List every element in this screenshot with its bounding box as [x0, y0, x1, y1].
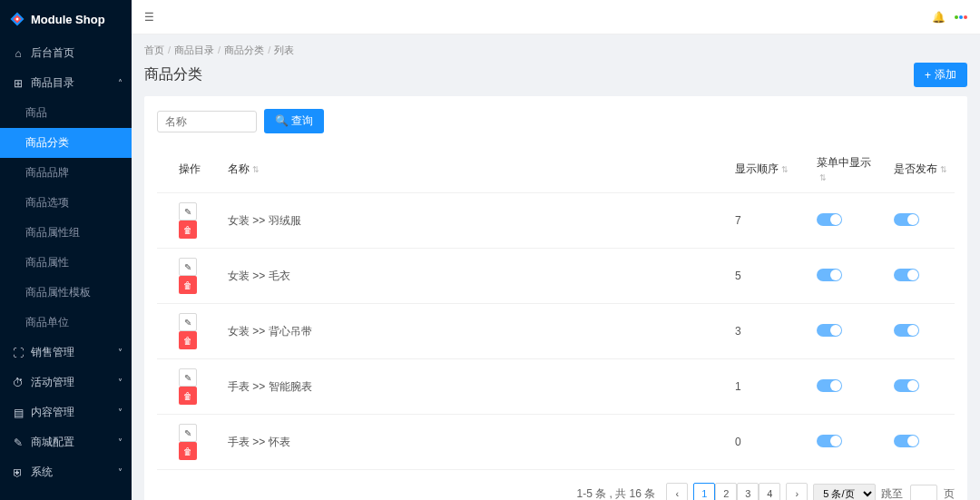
search-button-label: 查询 — [291, 114, 313, 127]
page-number[interactable]: 3 — [737, 483, 759, 500]
table-row: ✎ 🗑 女装 >> 背心吊带 3 — [157, 304, 955, 359]
menu-switch[interactable] — [817, 269, 842, 281]
edit-button[interactable]: ✎ — [179, 313, 197, 331]
menu-switch[interactable] — [817, 435, 842, 447]
list-card: 🔍 查询 操作 名称⇅ 显示顺序⇅ 菜单中显示⇅ 是否发布⇅ — [144, 96, 967, 500]
pagination: 1-5 条 , 共 16 条 ‹ 1234 › 5 条/页 跳至 页 — [157, 483, 955, 500]
breadcrumb: 首页/商品目录/商品分类/列表 — [144, 44, 967, 57]
breadcrumb-item[interactable]: 首页 — [144, 44, 164, 55]
sidebar-item[interactable]: ⛶销售管理˅ — [0, 338, 132, 368]
sidebar-subitem-label: 商品选项 — [25, 195, 69, 211]
sidebar-item[interactable]: ⌂后台首页 — [0, 38, 132, 68]
sidebar-subitem[interactable]: 商品 — [0, 98, 132, 128]
breadcrumb-item[interactable]: 商品目录 — [174, 44, 214, 55]
breadcrumb-item: 列表 — [274, 44, 294, 55]
publish-switch[interactable] — [894, 435, 919, 447]
menu-switch[interactable] — [817, 213, 842, 226]
apps-icon[interactable] — [955, 15, 967, 19]
sidebar-subitem-label: 商品属性 — [25, 255, 69, 270]
page-number[interactable]: 1 — [693, 483, 715, 500]
publish-switch[interactable] — [894, 324, 919, 337]
page-number[interactable]: 4 — [759, 483, 780, 500]
page-title: 商品分类 — [144, 65, 202, 84]
cell-name: 手表 >> 怀表 — [220, 415, 728, 470]
nav-menu: ⌂后台首页⊞商品目录˄商品商品分类商品品牌商品选项商品属性组商品属性商品属性模板… — [0, 38, 132, 500]
sidebar-subitem-label: 商品单位 — [25, 315, 69, 330]
page-jump: 跳至 页 — [881, 485, 955, 500]
trash-icon: 🗑 — [183, 336, 192, 346]
sidebar-subitem[interactable]: 商品分类 — [0, 128, 132, 158]
sidebar-subitem[interactable]: 商品属性 — [0, 248, 132, 278]
sidebar-item[interactable]: ▤内容管理˅ — [0, 397, 132, 427]
menu-icon: ⌂ — [13, 47, 24, 60]
edit-button[interactable]: ✎ — [179, 368, 197, 387]
sidebar-subitem[interactable]: 商品属性组 — [0, 218, 132, 248]
publish-switch[interactable] — [894, 213, 919, 226]
cell-order: 0 — [728, 415, 809, 470]
delete-button[interactable]: 🗑 — [179, 331, 197, 349]
menu-icon: ⛶ — [13, 347, 24, 359]
edit-button[interactable]: ✎ — [179, 258, 197, 276]
sidebar-subitem-label: 商品属性模板 — [25, 285, 91, 300]
sidebar-subitem[interactable]: 商品选项 — [0, 188, 132, 218]
publish-switch[interactable] — [894, 379, 919, 392]
sort-icon: ⇅ — [819, 173, 827, 182]
breadcrumb-item[interactable]: 商品分类 — [224, 44, 264, 55]
sidebar-subitem[interactable]: 商品品牌 — [0, 158, 132, 188]
sidebar-item-label: 销售管理 — [31, 345, 74, 360]
main: ☰ 🔔 首页/商品目录/商品分类/列表 商品分类 + 添加 — [132, 0, 980, 500]
th-order[interactable]: 显示顺序⇅ — [728, 146, 809, 193]
sidebar-item[interactable]: ⊞商品目录˄ — [0, 68, 132, 98]
chevron-down-icon: ˅ — [118, 348, 122, 358]
delete-button[interactable]: 🗑 — [179, 276, 197, 294]
menu-switch[interactable] — [817, 379, 842, 392]
page-prev[interactable]: ‹ — [666, 483, 688, 500]
cell-name: 女装 >> 毛衣 — [220, 249, 728, 304]
search-button[interactable]: 🔍 查询 — [264, 109, 324, 133]
search-input[interactable] — [157, 111, 257, 132]
menu-icon: ⊞ — [13, 77, 24, 90]
cell-order: 7 — [728, 193, 809, 249]
delete-button[interactable]: 🗑 — [179, 387, 197, 405]
sidebar-item-label: 商品目录 — [31, 75, 74, 91]
edit-button[interactable]: ✎ — [179, 202, 197, 221]
sidebar-item[interactable]: ⏱活动管理˅ — [0, 368, 132, 397]
chevron-up-icon: ˄ — [118, 78, 122, 88]
page-size-select[interactable]: 5 条/页 — [813, 484, 876, 500]
sidebar-subitem[interactable]: 商品单位 — [0, 308, 132, 338]
table-row: ✎ 🗑 手表 >> 智能腕表 1 — [157, 359, 955, 415]
sidebar-item[interactable]: ✎商城配置˅ — [0, 427, 132, 457]
cell-order: 3 — [728, 304, 809, 359]
brand: Module Shop — [0, 0, 132, 38]
table-row: ✎ 🗑 女装 >> 毛衣 5 — [157, 249, 955, 304]
sidebar-item[interactable]: ⛨系统˅ — [0, 457, 132, 487]
category-table: 操作 名称⇅ 显示顺序⇅ 菜单中显示⇅ 是否发布⇅ ✎ 🗑 女装 >> 羽绒服 … — [157, 146, 955, 470]
th-name[interactable]: 名称⇅ — [220, 146, 728, 193]
sidebar-item-label: 活动管理 — [31, 375, 74, 390]
sort-icon: ⇅ — [252, 165, 260, 174]
trash-icon: 🗑 — [183, 280, 192, 290]
delete-button[interactable]: 🗑 — [179, 221, 197, 239]
publish-switch[interactable] — [894, 269, 919, 281]
topbar: ☰ 🔔 — [132, 0, 980, 34]
bell-icon[interactable]: 🔔 — [932, 11, 946, 24]
cell-name: 女装 >> 背心吊带 — [220, 304, 728, 359]
sidebar-item-label: 后台首页 — [31, 45, 74, 61]
page-jump-input[interactable] — [910, 485, 937, 500]
cell-name: 手表 >> 智能腕表 — [220, 359, 728, 415]
th-op: 操作 — [157, 146, 220, 193]
edit-button[interactable]: ✎ — [179, 424, 197, 442]
menu-toggle-icon[interactable]: ☰ — [144, 11, 154, 24]
sidebar-subitem-label: 商品属性组 — [25, 225, 80, 240]
th-pub[interactable]: 是否发布⇅ — [887, 146, 955, 193]
add-button[interactable]: + 添加 — [914, 63, 967, 87]
page-next[interactable]: › — [786, 483, 808, 500]
th-menu[interactable]: 菜单中显示⇅ — [809, 146, 887, 193]
menu-icon: ▤ — [13, 407, 24, 419]
menu-switch[interactable] — [817, 324, 842, 337]
delete-button[interactable]: 🗑 — [179, 442, 197, 460]
sidebar-item-label: 内容管理 — [31, 405, 74, 420]
page-number[interactable]: 2 — [715, 483, 737, 500]
sidebar-subitem[interactable]: 商品属性模板 — [0, 278, 132, 308]
svg-point-0 — [16, 18, 19, 21]
